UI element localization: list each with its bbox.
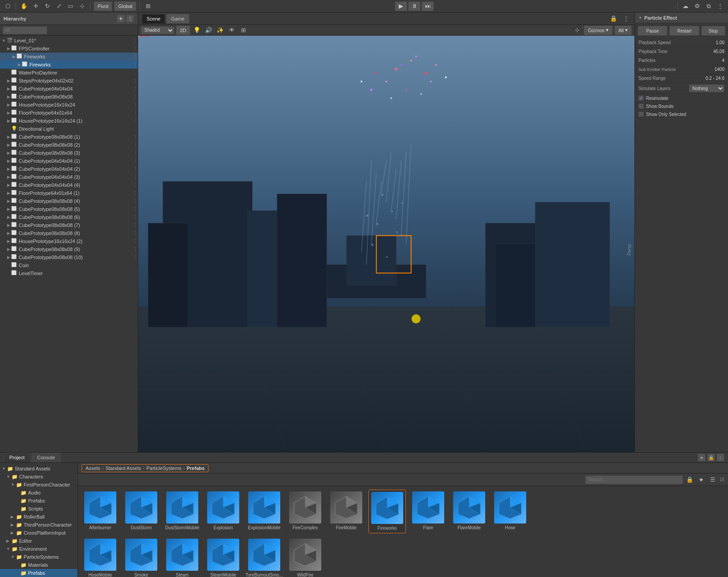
tree-item-prefabs-fps[interactable]: ▶ 📁 Prefabs <box>0 497 78 505</box>
pivot-button[interactable]: Pivot <box>94 1 112 11</box>
tree-item-audio[interactable]: ▶ 📁 Audio <box>0 489 78 497</box>
tree-item-environment[interactable]: ▼ 📁 Environment <box>0 545 78 553</box>
hierarchy-item-cube4-2[interactable]: ▶⬜CubePrototype04x04x04 (2)⋮ <box>0 165 138 173</box>
gizmos-dropdown[interactable]: Gizmos ▾ <box>584 25 612 35</box>
scene-effects-icon[interactable]: ✨ <box>215 25 225 35</box>
more-icon[interactable]: ⋮ <box>716 1 725 11</box>
hierarchy-item-cube4-1[interactable]: ▶⬜CubePrototype04x04x04 (1)⋮ <box>0 157 138 165</box>
asset-item-firemobile[interactable]: FireMobile <box>327 490 365 533</box>
tree-item-scripts-fps[interactable]: ▶ 📁 Scripts <box>0 505 78 513</box>
hierarchy-item-fireworks1[interactable]: ▶ ⬜ Fireworks ⋮ <box>0 53 138 61</box>
scene-light-icon[interactable]: 💡 <box>192 25 202 35</box>
asset-item-duststormmobile[interactable]: DustStormMobile <box>164 490 201 533</box>
layers-icon[interactable]: ⧉ <box>704 1 714 11</box>
snap-icon[interactable]: ⊞ <box>143 1 153 11</box>
hierarchy-item-cube8-10[interactable]: ▶⬜CubePrototype08x08x08 (10)⋮ <box>0 253 138 261</box>
asset-item-explosionmobile[interactable]: ExplosionMobile <box>245 490 283 533</box>
hierarchy-search-input[interactable] <box>3 26 47 34</box>
scene-viewport[interactable]: Persp <box>138 36 634 452</box>
hierarchy-item-cube8-7[interactable]: ▶⬜CubePrototype08x08x08 (7)⋮ <box>0 221 138 229</box>
tree-item-rollerball[interactable]: ▶ 📁 RollerBall <box>0 513 78 521</box>
hierarchy-item-waterproday[interactable]: ▶⬜WaterProDaytime <box>0 69 138 77</box>
asset-item-smoke[interactable]: Smoke <box>123 537 160 577</box>
hierarchy-item-cube8-9[interactable]: ▶⬜CubePrototype08x08x08 (9)⋮ <box>0 245 138 253</box>
project-lock-button[interactable]: 🔒 <box>707 453 715 462</box>
tree-item-crossplatform[interactable]: ▶ 📁 CrossPlatformInput <box>0 529 78 537</box>
asset-star-icon[interactable]: ★ <box>696 475 706 485</box>
play-button[interactable]: ▶ <box>395 1 407 11</box>
scene-hidden-icon[interactable]: 👁 <box>227 25 237 35</box>
tree-item-thirdperson[interactable]: ▶ 📁 ThirdPersonCharacter <box>0 521 78 529</box>
hierarchy-item-floor64b[interactable]: ▶⬜FloorPrototype64x01x64 (1)⋮ <box>0 189 138 197</box>
hierarchy-item-cube8-8[interactable]: ▶⬜CubePrototype08x08x08 (8)⋮ <box>0 229 138 237</box>
transform-tool-icon[interactable]: ⊹ <box>77 1 87 11</box>
tree-item-characters[interactable]: ▼ 📁 Characters <box>0 473 78 481</box>
asset-search-input[interactable] <box>585 475 683 484</box>
resimulate-checkbox[interactable] <box>638 95 644 101</box>
rotate-tool-icon[interactable]: ↻ <box>42 1 52 11</box>
particle-stop-button[interactable]: Stop <box>701 26 725 36</box>
asset-item-explosion[interactable]: Explosion <box>204 490 242 533</box>
hierarchy-item-house16c[interactable]: ▶⬜HousePrototype16x16x24 (2)⋮ <box>0 237 138 245</box>
hand-tool-icon[interactable]: ✋ <box>19 1 29 11</box>
asset-lock-icon[interactable]: 🔒 <box>685 475 695 485</box>
show-only-selected-checkbox[interactable] <box>638 111 644 117</box>
hierarchy-item-steps[interactable]: ▶⬜StepsPrototype04x02x02⋮ <box>0 77 138 85</box>
hierarchy-item-leveltimer[interactable]: ▶⬜LevelTimer <box>0 269 138 277</box>
hierarchy-item-cube8a[interactable]: ▶⬜CubePrototype08x08x08⋮ <box>0 93 138 101</box>
asset-item-wildfire[interactable]: WildFire <box>286 537 324 577</box>
asset-item-flare[interactable]: Flare <box>409 490 447 533</box>
asset-item-steam[interactable]: Steam <box>164 537 201 577</box>
global-button[interactable]: Global <box>114 1 136 11</box>
step-button[interactable]: ⏭ <box>421 1 434 11</box>
asset-item-steammobile[interactable]: SteamMobile <box>204 537 242 577</box>
hierarchy-menu-button[interactable]: ⋮ <box>126 15 134 23</box>
hierarchy-add-button[interactable]: + <box>117 15 125 23</box>
hierarchy-item-cube8-3[interactable]: ▶⬜CubePrototype08x08x08 (3)⋮ <box>0 149 138 157</box>
tree-item-standard-assets[interactable]: ▼ 📁 Standard Assets <box>0 465 78 473</box>
scene-maximize-icon[interactable]: ⊹ <box>572 25 582 35</box>
scene-dots-icon[interactable]: ⋮ <box>621 14 631 24</box>
asset-item-hosemobile[interactable]: HoseMobile <box>82 537 119 577</box>
hierarchy-item-fireworks2[interactable]: ▶ ⬜ Fireworks ⋮ <box>0 61 138 69</box>
scale-tool-icon[interactable]: ⤢ <box>54 1 64 11</box>
hierarchy-item-house16a[interactable]: ▶⬜HousePrototype16x16x24⋮ <box>0 101 138 109</box>
hierarchy-item-cube8-2[interactable]: ▶⬜CubePrototype08x08x08 (2)⋮ <box>0 141 138 149</box>
tree-item-editor[interactable]: ▶ 📁 Editor <box>0 537 78 545</box>
hierarchy-item-cube4a[interactable]: ▶⬜CubePrototype04x04x04⋮ <box>0 85 138 93</box>
hierarchy-item-fpscontroller[interactable]: ▶ ⬜ FPSController ⋮ <box>0 45 138 53</box>
move-tool-icon[interactable]: ✛ <box>31 1 41 11</box>
hierarchy-item-cube8-4[interactable]: ▶⬜CubePrototype08x08x08 (4)⋮ <box>0 197 138 205</box>
tab-scene[interactable]: Scene <box>142 14 165 24</box>
tree-item-materials[interactable]: ▶ 📁 Materials <box>0 561 78 569</box>
console-tab[interactable]: Console <box>31 453 61 462</box>
hierarchy-item-cube8-1[interactable]: ▶⬜CubePrototype08x08x08 (1)⋮ <box>0 133 138 141</box>
asset-item-fireworks[interactable]: Fireworks <box>368 490 406 533</box>
tree-item-particlesystems[interactable]: ▼ 📁 ParticleSystems <box>0 553 78 561</box>
asset-item-afterburner[interactable]: Afterburner <box>82 490 119 533</box>
hierarchy-item-cube4-4[interactable]: ▶⬜CubePrototype04x04x04 (4)⋮ <box>0 181 138 189</box>
2d-toggle[interactable]: 2D <box>176 25 190 35</box>
project-dots-button[interactable]: ⋮ <box>716 453 724 462</box>
asset-item-firecomplex[interactable]: FireComplex <box>286 490 324 533</box>
hierarchy-item-coin[interactable]: ▶⬜Coin <box>0 261 138 269</box>
asset-item-hose[interactable]: Hose <box>491 490 529 533</box>
hierarchy-item-cube4-3[interactable]: ▶⬜CubePrototype04x04x04 (3)⋮ <box>0 173 138 181</box>
show-bounds-checkbox[interactable] <box>638 103 644 109</box>
hierarchy-item-cube8-6[interactable]: ▶⬜CubePrototype08x08x08 (6)⋮ <box>0 213 138 221</box>
all-layers-dropdown[interactable]: All ▾ <box>614 25 632 35</box>
scene-audio-icon[interactable]: 🔊 <box>204 25 213 35</box>
hierarchy-item-cube8-5[interactable]: ▶⬜CubePrototype08x08x08 (5)⋮ <box>0 205 138 213</box>
tab-game[interactable]: Game <box>166 14 189 24</box>
pause-button[interactable]: ⏸ <box>408 1 421 11</box>
rect-tool-icon[interactable]: ▭ <box>65 1 75 11</box>
scene-lock-icon[interactable]: 🔒 <box>609 14 618 24</box>
asset-item-flaremobile[interactable]: FlareMobile <box>450 490 488 533</box>
settings-icon[interactable]: ⚙ <box>692 1 702 11</box>
asset-item-tyreburnout[interactable]: TyreBurnoutSmo... <box>245 537 283 577</box>
project-tab[interactable]: Project <box>4 453 30 462</box>
shading-dropdown[interactable]: Shaded Wireframe <box>141 26 174 34</box>
hierarchy-item-level01[interactable]: ▼ 🎬 Level_01* ⋮ <box>0 37 138 45</box>
asset-list-icon[interactable]: ☰ <box>708 475 718 485</box>
hierarchy-item-dirlight[interactable]: ▶💡Directional Light <box>0 125 138 133</box>
